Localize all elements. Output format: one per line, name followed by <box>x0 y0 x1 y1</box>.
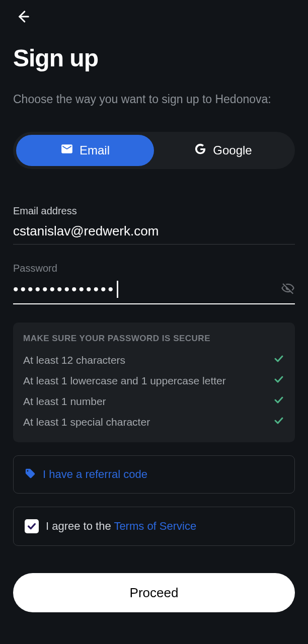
google-method-label: Google <box>213 143 252 157</box>
email-label: Email address <box>13 205 295 217</box>
referral-label: I have a referral code <box>43 468 147 481</box>
check-icon <box>273 415 285 429</box>
checklist-item-text: At least 12 characters <box>23 354 125 366</box>
google-method-button[interactable]: Google <box>154 135 292 166</box>
email-method-label: Email <box>80 143 110 157</box>
email-value: cstanislav@redwerk.com <box>13 222 295 240</box>
checklist-item-text: At least 1 special character <box>23 416 150 428</box>
referral-code-button[interactable]: I have a referral code <box>13 455 295 494</box>
tag-icon <box>25 468 36 481</box>
password-checklist: MAKE SURE YOUR PASSWORD IS SECURE At lea… <box>13 323 295 442</box>
checklist-item: At least 12 characters <box>23 353 285 367</box>
email-field-group: Email address cstanislav@redwerk.com <box>13 205 295 245</box>
password-input[interactable]: •••••••••••••• <box>13 279 295 304</box>
mail-icon <box>60 142 73 158</box>
terms-row: I agree to the Terms of Service <box>13 507 295 546</box>
checklist-item: At least 1 special character <box>23 415 285 429</box>
checklist-item: At least 1 number <box>23 394 285 409</box>
checklist-item-text: At least 1 lowercase and 1 uppercase let… <box>23 375 226 387</box>
page-subtitle: Choose the way you want to sign up to He… <box>13 91 295 108</box>
email-input[interactable]: cstanislav@redwerk.com <box>13 222 295 245</box>
password-value: •••••••••••••• <box>13 279 281 299</box>
check-icon <box>273 394 285 409</box>
checklist-item: At least 1 lowercase and 1 uppercase let… <box>23 373 285 388</box>
back-button[interactable] <box>15 9 30 24</box>
terms-checkbox[interactable] <box>25 519 39 533</box>
eye-off-icon[interactable] <box>281 281 295 297</box>
checklist-title: MAKE SURE YOUR PASSWORD IS SECURE <box>23 334 285 344</box>
google-icon <box>194 142 207 158</box>
password-field-group: Password •••••••••••••• <box>13 263 295 304</box>
check-icon <box>273 353 285 367</box>
email-method-button[interactable]: Email <box>16 135 154 166</box>
checklist-item-text: At least 1 number <box>23 395 106 408</box>
page-title: Sign up <box>13 44 295 72</box>
proceed-button[interactable]: Proceed <box>13 573 295 612</box>
signup-method-toggle: Email Google <box>13 132 295 169</box>
terms-text: I agree to the Terms of Service <box>46 520 196 533</box>
check-icon <box>273 373 285 388</box>
terms-link[interactable]: Terms of Service <box>114 520 196 532</box>
password-label: Password <box>13 263 295 274</box>
